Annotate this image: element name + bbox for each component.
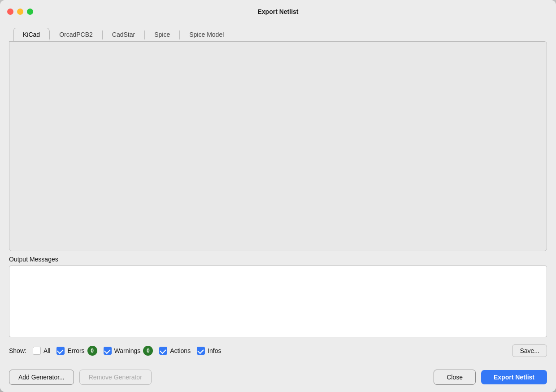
infos-checkbox-group: Infos — [197, 347, 221, 355]
warnings-badge: 0 — [143, 346, 153, 356]
window-title: Export Netlist — [257, 8, 298, 15]
errors-badge: 0 — [87, 346, 97, 356]
title-bar: Export Netlist — [0, 0, 556, 23]
output-messages-label: Output Messages — [9, 256, 547, 263]
errors-label[interactable]: Errors — [67, 347, 84, 354]
maximize-button[interactable] — [27, 9, 33, 15]
actions-checkbox-group: Actions — [159, 347, 191, 355]
warnings-label[interactable]: Warnings — [114, 347, 141, 354]
actions-checkbox[interactable] — [159, 347, 167, 355]
remove-generator-button: Remove Generator — [79, 370, 152, 385]
tab-content-panel — [9, 41, 547, 251]
infos-checkbox[interactable] — [197, 347, 205, 355]
add-generator-button[interactable]: Add Generator... — [9, 370, 74, 385]
output-section: Output Messages Show: All Errors 0 — [9, 256, 547, 360]
actions-label[interactable]: Actions — [170, 347, 191, 354]
tab-spice-model[interactable]: Spice Model — [180, 28, 233, 41]
tab-bar: KiCad OrcadPCB2 CadStar Spice Spice Mode… — [9, 28, 547, 41]
show-row: Show: All Errors 0 Warnings 0 — [9, 340, 547, 360]
tab-kicad[interactable]: KiCad — [13, 28, 49, 41]
warnings-checkbox[interactable] — [104, 347, 112, 355]
infos-label[interactable]: Infos — [208, 347, 221, 354]
errors-checkbox-group: Errors 0 — [56, 346, 97, 356]
main-window: Export Netlist KiCad OrcadPCB2 CadStar S… — [0, 0, 556, 392]
window-controls — [7, 9, 33, 15]
tab-cadstar[interactable]: CadStar — [103, 28, 144, 41]
output-messages-textarea[interactable] — [9, 266, 547, 337]
minimize-button[interactable] — [17, 9, 23, 15]
main-content: KiCad OrcadPCB2 CadStar Spice Spice Mode… — [0, 23, 556, 364]
tab-orcadpcb2[interactable]: OrcadPCB2 — [50, 28, 102, 41]
errors-checkbox[interactable] — [56, 347, 65, 355]
tab-spice[interactable]: Spice — [145, 28, 179, 41]
warnings-checkbox-group: Warnings 0 — [104, 346, 153, 356]
bottom-bar: Add Generator... Remove Generator Close … — [0, 364, 556, 392]
show-label: Show: — [9, 347, 26, 354]
save-button[interactable]: Save... — [512, 344, 547, 357]
close-dialog-button[interactable]: Close — [434, 370, 476, 385]
close-button[interactable] — [7, 9, 13, 15]
all-checkbox-group: All — [33, 347, 51, 355]
all-label[interactable]: All — [43, 347, 51, 354]
all-checkbox[interactable] — [33, 347, 41, 355]
export-netlist-button[interactable]: Export Netlist — [481, 370, 547, 384]
